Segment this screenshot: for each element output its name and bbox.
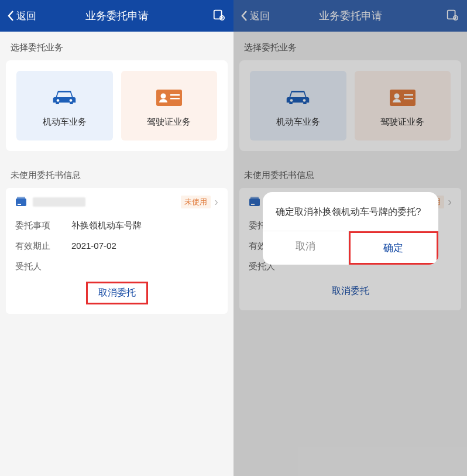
matter-value: 补换领机动车号牌 — [71, 220, 142, 231]
biz-license-label: 驾驶证业务 — [147, 117, 191, 128]
section-select-biz: 选择委托业务 — [0, 32, 234, 60]
id-card-icon — [155, 87, 183, 107]
svg-rect-8 — [16, 198, 26, 206]
dialog-message: 确定取消补换领机动车号牌的委托? — [263, 192, 438, 231]
svg-rect-9 — [17, 197, 25, 199]
info-id-redacted — [33, 197, 85, 207]
trustee-label: 受托人 — [15, 261, 71, 272]
svg-point-3 — [70, 99, 73, 102]
back-label: 返回 — [16, 9, 36, 23]
doc-icon — [15, 197, 27, 207]
svg-rect-6 — [170, 94, 180, 96]
back-button[interactable]: 返回 — [7, 9, 36, 23]
header-action-icon[interactable] — [212, 8, 225, 23]
expire-value: 2021-07-02 — [71, 241, 116, 252]
biz-license[interactable]: 驾驶证业务 — [121, 71, 218, 141]
row-expire: 有效期止 2021-07-02 — [15, 236, 218, 256]
cancel-delegate-link[interactable]: 取消委托 — [86, 282, 148, 304]
svg-point-2 — [57, 99, 60, 102]
biz-card: 机动车业务 驾驶证业务 — [6, 60, 228, 151]
svg-rect-10 — [18, 204, 21, 205]
dialog-cancel-button[interactable]: 取消 — [263, 231, 349, 265]
svg-point-5 — [160, 94, 166, 99]
confirm-dialog: 确定取消补换领机动车号牌的委托? 取消 确定 — [263, 192, 438, 265]
row-matter: 委托事项 补换领机动车号牌 — [15, 215, 218, 236]
screen-dialog: 返回 业务委托申请 选择委托业务 机动车业务 驾驶证业务 未使用委托书信息 未使… — [234, 0, 467, 476]
car-icon — [51, 87, 77, 107]
info-header-row[interactable]: 未使用 › — [15, 195, 218, 208]
expire-label: 有效期止 — [15, 241, 71, 252]
unused-badge: 未使用 — [181, 196, 211, 208]
header: 返回 业务委托申请 — [0, 0, 234, 32]
chevron-left-icon — [7, 10, 14, 22]
dialog-confirm-button[interactable]: 确定 — [349, 231, 438, 265]
chevron-right-icon: › — [214, 195, 218, 208]
screen-before: 返回 业务委托申请 选择委托业务 机动车业务 驾驶证业务 未使用委托书信息 未使… — [0, 0, 234, 476]
svg-rect-7 — [170, 98, 180, 100]
matter-label: 委托事项 — [15, 220, 71, 231]
info-card: 未使用 › 委托事项 补换领机动车号牌 有效期止 2021-07-02 受托人 … — [6, 188, 228, 314]
section-unused-info: 未使用委托书信息 — [0, 159, 234, 188]
biz-vehicle-label: 机动车业务 — [43, 117, 87, 128]
row-trustee: 受托人 — [15, 256, 218, 277]
biz-vehicle[interactable]: 机动车业务 — [16, 71, 113, 141]
